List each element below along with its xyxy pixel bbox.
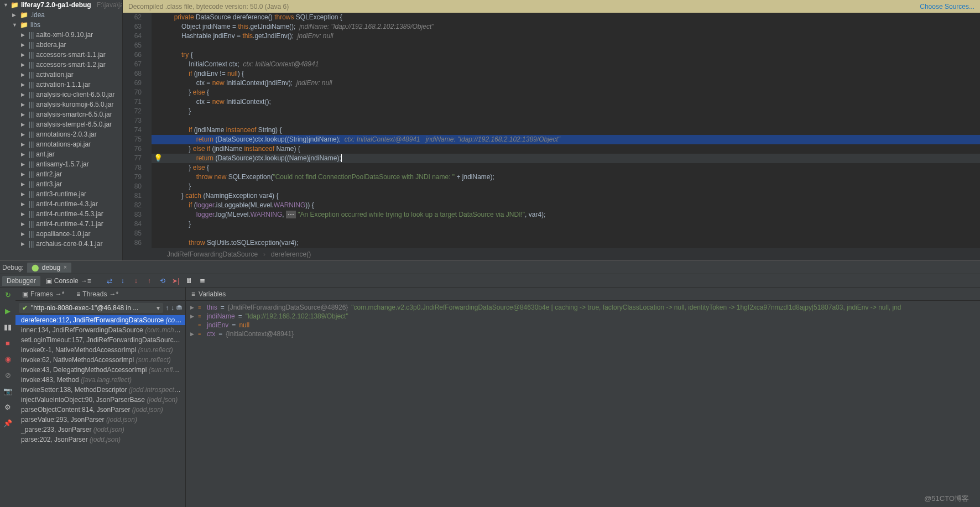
tree-lib[interactable]: ▶ ||| analysis-icu-client-6.5.0.jar [0,90,122,100]
stack-frame[interactable]: invoke0:-1, NativeMethodAccessorImpl (su… [15,345,185,355]
code-line[interactable]: throw new SQLException("Could not find C… [152,173,980,182]
code-line[interactable]: } else if (jndiName instanceof Name) { [152,144,980,154]
tree-lib[interactable]: ▶ ||| antlr4-runtime-4.5.3.jar [0,209,122,219]
step-into-icon[interactable]: ↓ [117,275,129,286]
tree-lib[interactable]: ▶ ||| antlr3.jar [0,179,122,189]
tree-lib[interactable]: ▶ ||| analysis-stempel-6.5.0.jar [0,119,122,129]
tree-lib[interactable]: ▶ ||| abdera.jar [0,40,122,50]
tree-lib[interactable]: ▶ ||| activation.jar [0,70,122,80]
code-line[interactable]: private DataSource dereference() throws … [152,13,980,22]
tab-console[interactable]: ▣ Console →≡ [41,276,96,286]
tree-lib[interactable]: ▶ ||| annotations-api.jar [0,139,122,149]
mute-breakpoints-icon[interactable]: ⊘ [5,371,11,379]
code-line[interactable]: ctx = new InitialContext(jndiEnv); jndiE… [152,79,980,88]
evaluate-icon[interactable]: 🖩 [183,275,195,286]
stack-frame[interactable]: parse:202, JsonParser (jodd.json) [15,435,185,445]
code-line[interactable] [152,116,980,126]
code-area[interactable]: 6263646566676869707172737475767778798081… [123,13,980,248]
breadcrumb-method[interactable]: dereference() [271,250,311,258]
resume-icon[interactable]: ▶ [5,307,11,315]
tree-lib[interactable]: ▶ ||| archaius-core-0.4.1.jar [0,239,122,249]
choose-sources-link[interactable]: Choose Sources... [920,3,974,11]
tree-lib[interactable]: ▶ ||| analysis-kuromoji-6.5.0.jar [0,100,122,109]
code-line[interactable] [152,41,980,50]
tree-lib[interactable]: ▶ ||| aalto-xml-0.9.10.jar [0,30,122,40]
variable-row[interactable]: ▶ ≡ this = {JndiRefForwardingDataSource@… [187,303,979,312]
variable-row[interactable]: ≡ jndiEnv = null [187,321,979,330]
expand-icon[interactable]: ▶ [189,305,195,310]
stop-icon[interactable]: ■ [6,339,10,347]
tree-lib[interactable]: ▶ ||| accessors-smart-1.1.jar [0,50,122,60]
variable-row[interactable]: ▶ ≡ jndiName = "ldap://192.168.2.102:138… [187,312,979,321]
rerun-icon[interactable]: ↻ [5,291,11,299]
variables-list[interactable]: ▶ ≡ this = {JndiRefForwardingDataSource@… [186,301,980,341]
debug-run-tab[interactable]: ⬤ debug × [27,263,71,273]
trace-icon[interactable]: ≣ [196,275,208,286]
prev-frame-icon[interactable]: ↑ [165,304,169,312]
thread-selector[interactable]: ✔ "http-nio-8080-exec-1"@46,848 in ... ▾ [19,303,163,313]
code-line[interactable]: if (logger.isLoggable(MLevel.WARNING)) { [152,201,980,210]
run-to-cursor-icon[interactable]: ➤| [170,275,182,286]
tree-lib[interactable]: ▶ ||| aopalliance-1.0.jar [0,229,122,239]
tree-folder[interactable]: ▶ 📁 .idea [0,10,122,20]
code-line[interactable]: } [152,107,980,116]
expand-icon[interactable]: ▶ [189,331,195,337]
code-line[interactable]: } [152,182,980,191]
step-out-icon[interactable]: ↑ [143,275,155,286]
drop-frame-icon[interactable]: ⟲ [157,275,169,286]
tree-lib[interactable]: ▶ ||| antlr4-runtime-4.7.1.jar [0,219,122,229]
code-line[interactable]: if (jndiEnv != null) { [152,69,980,79]
stack-frame[interactable]: setLoginTimeout:157, JndiRefForwardingDa… [15,335,185,345]
tree-lib[interactable]: ▶ ||| antlr2.jar [0,169,122,179]
project-tree[interactable]: ▼ 📁 liferay7.2.0-ga1-debug F:\java\javap… [0,0,123,260]
code-line[interactable]: } else { [152,88,980,97]
tree-lib[interactable]: ▶ ||| ant.jar [0,149,122,159]
stack-frame[interactable]: invoke:62, NativeMethodAccessorImpl (sun… [15,355,185,365]
stack-frame[interactable]: invoke:43, DelegatingMethodAccessorImpl … [15,365,185,375]
frames-tab[interactable]: ▣ Frames →* [19,289,67,299]
tree-lib[interactable]: ▶ ||| annotations-2.0.3.jar [0,129,122,139]
stack-frame[interactable]: invoke:483, Method (java.lang.reflect) [15,375,185,385]
code-line[interactable]: Hashtable jndiEnv = this.getJndiEnv(); j… [152,32,980,41]
breadcrumb-class[interactable]: JndiRefForwardingDataSource [167,250,258,258]
stack-frame[interactable]: injectValueIntoObject:90, JsonParserBase… [15,395,185,405]
code-line[interactable]: if (jndiName instanceof String) { [152,126,980,135]
tree-lib[interactable]: ▶ ||| activation-1.1.1.jar [0,80,122,90]
code-line[interactable] [152,229,980,238]
tree-lib[interactable]: ▶ ||| accessors-smart-1.2.jar [0,60,122,70]
code-line[interactable]: return (DataSource)ctx.lookup((Name)jndi… [152,154,980,163]
stack-frame[interactable]: parseValue:293, JsonParser (jodd.json) [15,415,185,425]
settings-icon[interactable]: ⚙ [4,403,11,411]
step-over-icon[interactable]: ⇄ [103,275,116,286]
code-line[interactable]: InitialContext ctx; ctx: InitialContext@… [152,60,980,69]
tab-debugger[interactable]: Debugger [2,276,40,286]
stack-frame[interactable]: dereference:112, JndiRefForwardingDataSo… [15,315,185,325]
next-frame-icon[interactable]: ↓ [171,304,174,312]
force-step-into-icon[interactable]: ↓ [130,275,142,286]
code-lines[interactable]: private DataSource dereference() throws … [152,13,980,248]
bulb-icon[interactable]: 💡 [154,153,163,163]
tree-folder[interactable]: ▼ 📁 libs [0,20,122,30]
stack-frame[interactable]: parseObjectContent:814, JsonParser (jodd… [15,405,185,415]
code-line[interactable]: Object jndiName = this.getJndiName(); jn… [152,22,980,32]
code-line[interactable]: } [152,248,980,248]
pause-icon[interactable]: ▮▮ [4,323,12,331]
pin-icon[interactable]: 📌 [3,419,12,427]
code-line[interactable]: } catch (NamingException var4) { [152,191,980,201]
code-line[interactable]: try { [152,50,980,60]
stack-frame[interactable]: _parse:233, JsonParser (jodd.json) [15,425,185,435]
tree-lib[interactable]: ▶ ||| antlr3-runtime.jar [0,189,122,199]
threads-tab[interactable]: ≡ Threads →* [73,289,122,299]
code-line[interactable]: } else { [152,163,980,173]
code-line[interactable]: } [152,219,980,229]
project-root[interactable]: ▼ 📁 liferay7.2.0-ga1-debug F:\java\javap [0,0,122,10]
stack-frame[interactable]: inner:134, JndiRefForwardingDataSource (… [15,325,185,335]
breadcrumb[interactable]: JndiRefForwardingDataSource › dereferenc… [123,248,980,260]
close-icon[interactable]: × [64,264,67,270]
variable-row[interactable]: ▶ ≡ ctx = {InitialContext@48941} [187,330,979,338]
stack-frame[interactable]: invokeSetter:138, MethodDescriptor (jodd… [15,385,185,395]
expand-icon[interactable]: ▶ [189,313,195,319]
code-line[interactable]: ctx = new InitialContext(); [152,97,980,107]
code-line[interactable]: return (DataSource)ctx.lookup((String)jn… [152,135,980,144]
tree-lib[interactable]: ▶ ||| analysis-smartcn-6.5.0.jar [0,109,122,119]
